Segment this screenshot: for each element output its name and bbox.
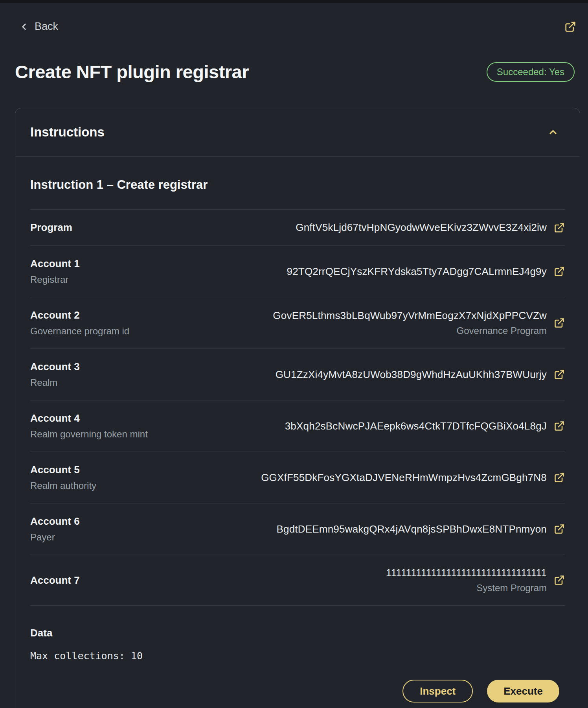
program-row: Program GnftV5kLjd67tvHpNGyodwWveEKivz3Z… [30, 210, 565, 245]
row-label: Account 5 [30, 464, 96, 476]
account-row: Account 2 Governance program id GovER5Lt… [30, 297, 565, 348]
row-label: Account 4 [30, 412, 148, 424]
row-role: Realm governing token mint [30, 429, 148, 440]
divider [15, 156, 580, 157]
account-row: Account 3 Realm GU1ZzXi4yMvtA8zUWob38D9g… [30, 349, 565, 400]
program-address: GnftV5kLjd67tvHpNGyodwWveEKivz3ZWvvE3Z4x… [296, 221, 547, 234]
account-known-name: Governance Program [457, 325, 547, 336]
external-link-icon[interactable] [554, 369, 565, 380]
inspect-button[interactable]: Inspect [402, 680, 473, 702]
account-address: GU1ZzXi4yMvtA8zUWob38D9gWhdHzAuUKhh37BWU… [276, 369, 547, 381]
execute-button[interactable]: Execute [487, 680, 559, 702]
account-row: Account 1 Registrar 92TQ2rrQECjYszKFRYds… [30, 246, 565, 297]
account-address: BgdtDEEmn95wakgQRx4jAVqn8jsSPBhDwxE8NTPn… [276, 523, 547, 535]
instructions-title: Instructions [30, 125, 105, 140]
account-address: GGXfF55DkFosYGXtaDJVENeRHmWmpzHvs4ZcmGBg… [261, 472, 547, 484]
account-address: 92TQ2rrQECjYszKFRYdska5Tty7ADgg7CALrmnEJ… [287, 266, 547, 278]
row-label: Account 2 [30, 309, 129, 321]
external-link-icon[interactable] [554, 317, 565, 328]
row-label: Account 1 [30, 258, 80, 270]
account-address: 11111111111111111111111111111111 [386, 567, 547, 579]
row-label: Account 7 [30, 574, 80, 586]
row-role: Governance program id [30, 326, 129, 337]
chevron-left-icon [19, 22, 29, 32]
external-link-icon[interactable] [554, 266, 565, 277]
instructions-card-header[interactable]: Instructions [15, 108, 580, 156]
action-buttons: Inspect Execute [30, 680, 565, 702]
external-link-icon[interactable] [564, 21, 576, 33]
row-label: Program [30, 221, 72, 234]
instruction-heading: Instruction 1 – Create registrar [30, 178, 565, 192]
external-link-icon[interactable] [554, 222, 565, 233]
account-row: Account 7 111111111111111111111111111111… [30, 555, 565, 605]
instructions-card-body: Instruction 1 – Create registrar Program… [15, 178, 580, 708]
back-button[interactable]: Back [19, 20, 58, 33]
row-role: Registrar [30, 274, 80, 285]
row-role: Realm [30, 377, 80, 388]
title-row: Create NFT plugin registrar Succeeded: Y… [0, 61, 588, 83]
top-strip [0, 0, 588, 3]
back-label: Back [35, 20, 58, 33]
external-link-icon[interactable] [554, 524, 565, 535]
page-title: Create NFT plugin registrar [15, 61, 249, 83]
status-badge: Succeeded: Yes [487, 62, 575, 82]
external-link-icon[interactable] [554, 472, 565, 483]
account-row: Account 6 Payer BgdtDEEmn95wakgQRx4jAVqn… [30, 503, 565, 555]
external-link-icon[interactable] [554, 420, 565, 431]
row-role: Realm authority [30, 480, 96, 491]
account-address: 3bXqh2sBcNwcPJAEepk6ws4CtkT7DTfcFQGBiXo4… [285, 420, 547, 432]
row-label: Account 6 [30, 515, 80, 527]
external-link-icon[interactable] [554, 575, 565, 586]
data-section: Data Max collections: 10 [30, 606, 565, 662]
row-label: Account 3 [30, 361, 80, 373]
topbar: Back [0, 3, 588, 33]
chevron-up-icon[interactable] [548, 127, 559, 138]
data-label: Data [30, 627, 565, 639]
data-content: Max collections: 10 [30, 650, 565, 662]
row-role: Payer [30, 532, 80, 543]
account-known-name: System Program [476, 583, 547, 594]
account-row: Account 4 Realm governing token mint 3bX… [30, 400, 565, 452]
instructions-card: Instructions Instruction 1 – Create regi… [15, 108, 580, 708]
account-address: GovER5Lthms3bLBqWub97yVrMmEogzX7xNjdXpPP… [273, 310, 547, 322]
account-row: Account 5 Realm authority GGXfF55DkFosYG… [30, 452, 565, 503]
